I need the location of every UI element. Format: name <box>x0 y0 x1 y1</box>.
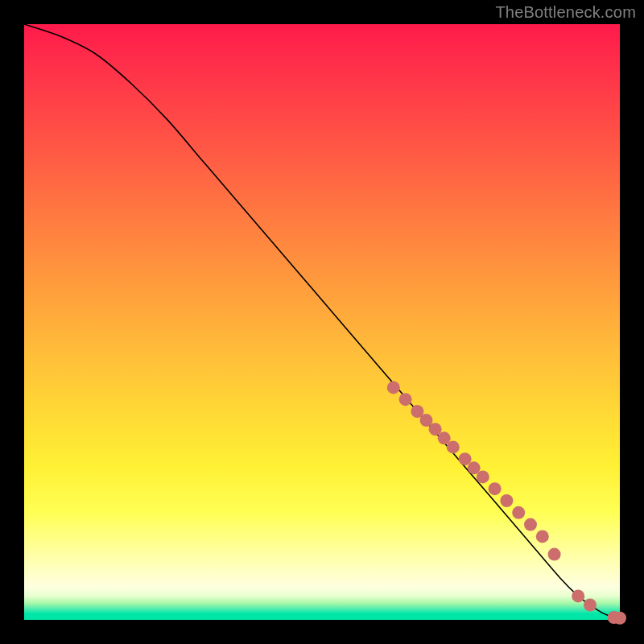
highlighted-point <box>584 599 597 612</box>
highlighted-point <box>489 482 502 495</box>
highlighted-point <box>500 494 513 507</box>
highlighted-points-group <box>387 381 626 624</box>
highlighted-point <box>477 470 489 483</box>
chart-stage: TheBottleneck.com <box>0 0 644 644</box>
highlighted-point <box>536 530 549 543</box>
highlighted-point <box>613 612 626 625</box>
highlighted-point <box>524 518 537 531</box>
highlighted-point <box>447 440 460 453</box>
attribution-text: TheBottleneck.com <box>495 3 636 22</box>
highlighted-point <box>387 381 400 394</box>
highlighted-point <box>548 548 561 561</box>
plot-area <box>24 24 620 620</box>
chart-svg <box>24 24 620 620</box>
highlighted-point <box>512 506 525 519</box>
highlighted-point <box>572 589 584 602</box>
highlighted-point <box>399 393 412 406</box>
